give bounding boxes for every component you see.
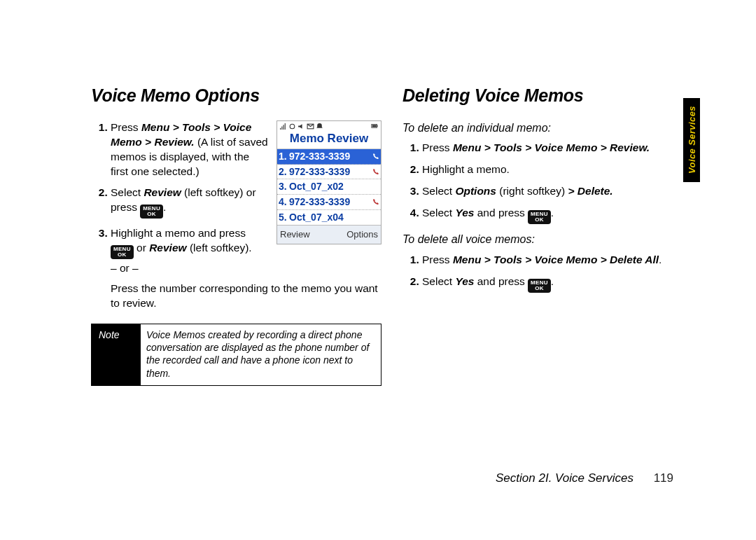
- delete-individual-list: Press Menu > Tools > Voice Memo > Review…: [402, 141, 693, 225]
- phone-screenshot: Memo Review 1. 972-333-3339 2. 972-333-3…: [276, 120, 382, 244]
- text: Select: [422, 185, 455, 197]
- softkey-name: Review: [144, 186, 181, 198]
- text: Press: [422, 254, 453, 265]
- section-label: Section 2I. Voice Services: [496, 471, 634, 485]
- ind-step-4: Select Yes and press MENUOK.: [422, 206, 693, 225]
- menu-ok-key-icon: MENUOK: [528, 210, 551, 224]
- page-number: 119: [654, 471, 673, 485]
- svg-rect-4: [372, 125, 377, 127]
- row-num: 5.: [279, 211, 289, 224]
- text: Select: [111, 186, 144, 198]
- voice-memo-options-heading: Voice Memo Options: [91, 84, 382, 108]
- row-text: 972-333-3339: [289, 150, 370, 163]
- row-num: 3.: [279, 180, 289, 193]
- option-name: Yes: [455, 207, 474, 219]
- menu-path: > Delete.: [568, 185, 612, 197]
- envelope-icon: [307, 123, 314, 130]
- row-num: 2.: [279, 165, 289, 179]
- bell-icon: [316, 123, 323, 130]
- softkey-right: Options: [346, 228, 378, 241]
- row-text: Oct_07_x04: [289, 211, 370, 224]
- speaker-icon: [298, 123, 305, 130]
- phone-title: Memo Review: [277, 131, 381, 149]
- row-text: Oct_07_x02: [289, 180, 370, 193]
- or-press-text: Press the number corresponding to the me…: [111, 282, 382, 311]
- subhead-individual: To delete an individual memo:: [402, 120, 693, 136]
- row-num: 1.: [279, 150, 289, 163]
- side-tab: Voice Services: [683, 98, 700, 182]
- row-text: 972-333-3339: [289, 165, 370, 179]
- phone-icon: [370, 195, 379, 209]
- text: Select: [422, 207, 455, 219]
- phone-row-5: 5. Oct_07_x04: [277, 210, 381, 225]
- menu-ok-key-icon: MENUOK: [528, 279, 551, 293]
- svg-point-0: [290, 124, 295, 129]
- text: .: [551, 207, 554, 219]
- phone-row-3: 3. Oct_07_x02: [277, 179, 381, 195]
- menu-ok-key-icon: MENUOK: [140, 205, 163, 219]
- note-label: Note: [92, 324, 141, 385]
- phone-icon: [370, 165, 379, 179]
- text: Press: [422, 141, 453, 153]
- phone-row-1: 1. 972-333-3339: [277, 149, 381, 165]
- subhead-all: To delete all voice memos:: [402, 232, 693, 247]
- deleting-voice-memos-heading: Deleting Voice Memos: [402, 84, 693, 108]
- svg-rect-3: [377, 125, 378, 127]
- softkey-left: Review: [280, 228, 310, 241]
- phone-row-2: 2. 972-333-3339: [277, 165, 381, 180]
- phone-softkeys: Review Options: [277, 225, 381, 244]
- text: and press: [474, 275, 528, 287]
- delete-all-list: Press Menu > Tools > Voice Memo > Delete…: [402, 253, 693, 293]
- softkey-name: Review: [149, 242, 186, 254]
- phone-row-4: 4. 972-333-3339: [277, 195, 381, 210]
- text: (left softkey).: [187, 242, 252, 254]
- text: (right softkey): [496, 185, 568, 197]
- softkey-name: Options: [455, 185, 496, 197]
- page-footer: Section 2I. Voice Services 119: [496, 471, 673, 485]
- all-step-2: Select Yes and press MENUOK.: [422, 275, 693, 293]
- or-divider: – or –: [111, 261, 382, 276]
- phone-status-bar: [277, 121, 381, 131]
- text: .: [551, 275, 554, 287]
- left-column: Voice Memo Options Memo Review: [91, 84, 382, 386]
- ind-step-3: Select Options (right softkey) > Delete.: [422, 184, 693, 199]
- roam-icon: [288, 123, 296, 130]
- signal-icon: [279, 123, 287, 130]
- ind-step-2: Highlight a memo.: [422, 162, 693, 177]
- text: or: [134, 242, 149, 254]
- text: .: [659, 254, 662, 265]
- menu-path: Menu > Tools > Voice Memo > Delete All: [453, 254, 659, 265]
- text: .: [163, 201, 166, 213]
- menu-path: Menu > Tools > Voice Memo > Review.: [453, 141, 650, 153]
- menu-ok-key-icon: MENUOK: [111, 245, 134, 259]
- battery-icon: [371, 123, 379, 130]
- ind-step-1: Press Menu > Tools > Voice Memo > Review…: [422, 141, 693, 155]
- text: Select: [422, 275, 455, 287]
- note-box: Note Voice Memos created by recording a …: [91, 324, 382, 386]
- row-num: 4.: [279, 195, 289, 209]
- row-text: 972-333-3339: [289, 195, 370, 209]
- all-step-1: Press Menu > Tools > Voice Memo > Delete…: [422, 253, 693, 268]
- phone-icon: [370, 150, 379, 163]
- note-body: Voice Memos created by recording a direc…: [141, 324, 381, 385]
- phone-memo-list: 1. 972-333-3339 2. 972-333-3339 3. Oct_0…: [277, 149, 381, 225]
- text: Press: [111, 121, 141, 133]
- text: Highlight a memo and press: [111, 227, 246, 239]
- option-name: Yes: [455, 275, 474, 287]
- text: and press: [474, 207, 528, 219]
- right-column: Deleting Voice Memos To delete an indivi…: [402, 84, 693, 386]
